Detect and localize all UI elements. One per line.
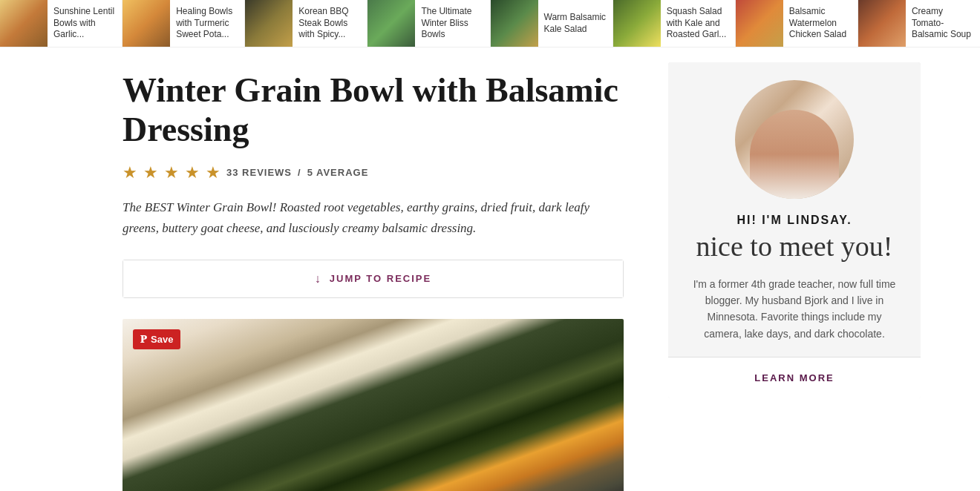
carousel-item-2[interactable]: Healing Bowls with Turmeric Sweet Pota..… <box>122 0 245 47</box>
carousel-label-5: Warm Balsamic Kale Salad <box>538 12 612 35</box>
reviews-count: 33 REVIEWS <box>226 167 292 178</box>
jump-to-recipe-button[interactable]: ↓ JUMP TO RECIPE <box>123 260 623 297</box>
save-label: Save <box>151 334 173 345</box>
star-1: ★ <box>122 163 137 182</box>
star-3: ★ <box>164 163 179 182</box>
sidebar: HI! I'M LINDSAY. nice to meet you! I'm a… <box>653 47 935 491</box>
carousel-label-2: Healing Bowls with Turmeric Sweet Pota..… <box>170 6 244 41</box>
author-bio: I'm a former 4th grade teacher, now full… <box>668 276 921 357</box>
recipe-title: Winter Grain Bowl with Balsamic Dressing <box>122 71 624 150</box>
carousel-label-7: Balsamic Watermelon Chicken Salad <box>783 6 858 41</box>
author-photo <box>735 80 854 199</box>
carousel-thumb-6 <box>613 0 661 47</box>
rating-row: ★ ★ ★ ★ ★ 33 REVIEWS / 5 AVERAGE <box>122 163 624 182</box>
carousel-item-8[interactable]: Creamy Tomato-Balsamic Soup <box>858 0 980 47</box>
carousel-thumb-5 <box>491 0 538 47</box>
carousel-label-6: Squash Salad with Kale and Roasted Garl.… <box>661 6 735 41</box>
recipe-image-bg <box>122 319 624 491</box>
carousel-thumb-7 <box>736 0 783 47</box>
reviews-avg: 5 AVERAGE <box>307 167 369 178</box>
recipe-image: 𝐏 Save <box>122 319 624 491</box>
star-2: ★ <box>143 163 158 182</box>
carousel-item-6[interactable]: Squash Salad with Kale and Roasted Garl.… <box>613 0 736 47</box>
jump-to-recipe-label: JUMP TO RECIPE <box>330 273 431 284</box>
star-4: ★ <box>185 163 200 182</box>
carousel-label-3: Korean BBQ Steak Bowls with Spicy... <box>293 6 367 41</box>
author-card: HI! I'M LINDSAY. nice to meet you! I'm a… <box>668 62 921 398</box>
carousel-item-1[interactable]: Sunshine Lentil Bowls with Garlic... <box>0 0 122 47</box>
recipe-description: The BEST Winter Grain Bowl! Roasted root… <box>122 197 624 239</box>
carousel-thumb-2 <box>122 0 170 47</box>
save-button[interactable]: 𝐏 Save <box>133 329 180 349</box>
author-greeting-script: nice to meet you! <box>683 230 906 264</box>
carousel-label-4: The Ultimate Winter Bliss Bowls <box>415 6 489 41</box>
carousel-thumb-3 <box>245 0 293 47</box>
content-area: Winter Grain Bowl with Balsamic Dressing… <box>0 47 653 491</box>
reviews-separator: / <box>298 167 301 178</box>
carousel-thumb-8 <box>858 0 906 47</box>
carousel-item-3[interactable]: Korean BBQ Steak Bowls with Spicy... <box>245 0 368 47</box>
pinterest-icon: 𝐏 <box>140 333 147 346</box>
arrow-down-icon: ↓ <box>315 272 322 286</box>
carousel-item-5[interactable]: Warm Balsamic Kale Salad <box>491 0 613 47</box>
carousel-strip: Sunshine Lentil Bowls with Garlic... Hea… <box>0 0 980 47</box>
carousel-thumb-4 <box>368 0 415 47</box>
carousel-label-8: Creamy Tomato-Balsamic Soup <box>906 6 980 41</box>
author-greeting-name: HI! I'M LINDSAY. <box>683 214 906 227</box>
carousel-item-4[interactable]: The Ultimate Winter Bliss Bowls <box>368 0 490 47</box>
main-layout: Winter Grain Bowl with Balsamic Dressing… <box>0 47 980 491</box>
carousel-thumb-1 <box>0 0 48 47</box>
carousel-item-7[interactable]: Balsamic Watermelon Chicken Salad <box>736 0 858 47</box>
carousel-label-1: Sunshine Lentil Bowls with Garlic... <box>48 6 122 41</box>
learn-more-button[interactable]: LEARN MORE <box>668 357 921 398</box>
author-card-footer: LEARN MORE <box>668 357 921 398</box>
star-5: ★ <box>206 163 220 182</box>
jump-btn-wrapper: ↓ JUMP TO RECIPE <box>122 260 624 298</box>
author-photo-wrapper <box>668 62 921 199</box>
